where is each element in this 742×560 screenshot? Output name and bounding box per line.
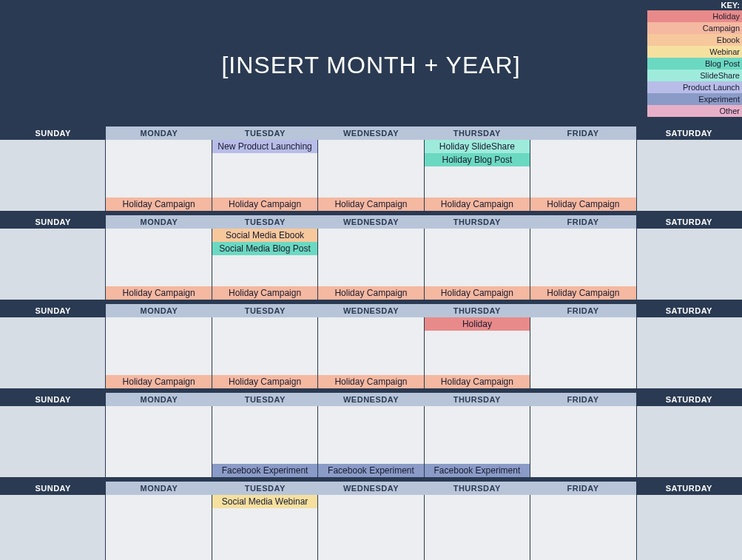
- day-cell[interactable]: [425, 495, 530, 560]
- day-cell[interactable]: Holiday Campaign: [318, 140, 424, 211]
- weekday-header: MONDAY: [106, 304, 212, 317]
- calendar-event[interactable]: Social Media Webinar: [212, 495, 317, 508]
- cell-bottom-events: Holiday Campaign: [530, 286, 635, 300]
- calendar-event[interactable]: Social Media Ebook: [212, 229, 317, 242]
- legend-item: Campaign: [647, 22, 742, 34]
- weekday-header: FRIDAY: [530, 482, 635, 495]
- weekday-header: WEDNESDAY: [318, 304, 424, 317]
- day-cell[interactable]: Facebook Experiment: [212, 406, 318, 477]
- weekday-header: TUESDAY: [212, 126, 318, 140]
- day-cell[interactable]: [0, 140, 106, 211]
- cell-bottom-events: Holiday Campaign: [106, 286, 211, 300]
- cell-bottom-events: Holiday Campaign: [318, 286, 423, 300]
- page-title: [INSERT MONTH + YEAR]: [221, 52, 520, 79]
- weekday-header: TUESDAY: [212, 482, 318, 495]
- calendar-event[interactable]: Facebook Experiment: [318, 464, 423, 477]
- day-cell[interactable]: Holiday Campaign: [425, 229, 530, 300]
- weekday-header-row: SUNDAYMONDAYTUESDAYWEDNESDAYTHURSDAYFRID…: [0, 482, 742, 495]
- cell-bottom-events: Facebook Experiment: [212, 464, 317, 477]
- calendar-event[interactable]: Social Media Blog Post: [212, 242, 317, 255]
- cell-top-events: New Product Launching: [212, 140, 317, 153]
- cell-bottom-events: Holiday Campaign: [106, 375, 211, 388]
- calendar-event[interactable]: Holiday Campaign: [318, 198, 423, 211]
- cell-bottom-events: Holiday Campaign: [318, 375, 423, 388]
- day-cell[interactable]: Social Media Webinar: [212, 495, 318, 560]
- day-cell[interactable]: [637, 317, 742, 388]
- calendar-event[interactable]: New Product Launching: [212, 140, 317, 153]
- day-cell[interactable]: [637, 406, 742, 477]
- day-cell[interactable]: [106, 495, 212, 560]
- weekday-header: FRIDAY: [530, 215, 635, 229]
- calendar-event[interactable]: Holiday Campaign: [425, 375, 530, 388]
- day-cell[interactable]: Holiday Campaign: [530, 229, 636, 300]
- weekday-header: THURSDAY: [424, 215, 530, 229]
- calendar: SUNDAYMONDAYTUESDAYWEDNESDAYTHURSDAYFRID…: [0, 122, 742, 560]
- calendar-event[interactable]: Holiday Blog Post: [425, 153, 530, 166]
- weekday-header: SUNDAY: [0, 215, 106, 229]
- day-cell[interactable]: Holiday Campaign: [106, 317, 212, 388]
- weekday-header: TUESDAY: [212, 393, 318, 406]
- cell-top-events: Holiday SlideShareHoliday Blog Post: [425, 140, 530, 166]
- legend-item: Blog Post: [647, 58, 742, 70]
- calendar-event[interactable]: Holiday: [425, 317, 530, 331]
- calendar-event[interactable]: Holiday Campaign: [425, 286, 530, 300]
- day-cell[interactable]: Social Media EbookSocial Media Blog Post…: [212, 229, 318, 300]
- day-cell[interactable]: [637, 495, 742, 560]
- calendar-event[interactable]: Holiday Campaign: [425, 198, 530, 211]
- day-cell[interactable]: [530, 317, 636, 388]
- weekday-header: MONDAY: [106, 215, 212, 229]
- day-cell[interactable]: [637, 140, 742, 211]
- day-cell[interactable]: Facebook Experiment: [318, 406, 424, 477]
- legend-item: Experiment: [647, 93, 742, 105]
- day-cell[interactable]: Holiday Campaign: [106, 140, 212, 211]
- day-cell[interactable]: Holiday Campaign: [318, 317, 424, 388]
- day-cell[interactable]: [637, 229, 742, 300]
- weekday-header: SUNDAY: [0, 482, 106, 495]
- day-cell[interactable]: [0, 229, 106, 300]
- day-cell[interactable]: New Product LaunchingHoliday Campaign: [212, 140, 318, 211]
- cell-bottom-events: Holiday Campaign: [106, 198, 211, 211]
- legend-item: Other: [647, 105, 742, 117]
- day-cell[interactable]: Holiday Campaign: [530, 140, 636, 211]
- calendar-event[interactable]: Holiday Campaign: [212, 198, 317, 211]
- calendar-event[interactable]: Holiday Campaign: [212, 375, 317, 388]
- calendar-event[interactable]: Facebook Experiment: [212, 464, 317, 477]
- day-cell[interactable]: [318, 495, 424, 560]
- calendar-event[interactable]: Holiday Campaign: [318, 286, 423, 300]
- calendar-event[interactable]: Holiday Campaign: [212, 286, 317, 300]
- day-cell[interactable]: Holiday Campaign: [106, 229, 212, 300]
- day-cell[interactable]: HolidayHoliday Campaign: [425, 317, 530, 388]
- weekday-header: SUNDAY: [0, 304, 106, 317]
- day-cell[interactable]: [530, 495, 636, 560]
- weekday-header: SATURDAY: [636, 393, 742, 406]
- calendar-event[interactable]: Holiday Campaign: [530, 198, 635, 211]
- day-cell[interactable]: [106, 406, 212, 477]
- calendar-event[interactable]: Holiday Campaign: [106, 375, 211, 388]
- calendar-event[interactable]: Facebook Experiment: [425, 464, 530, 477]
- calendar-event[interactable]: Holiday Campaign: [318, 375, 423, 388]
- day-cell[interactable]: [0, 317, 106, 388]
- day-cell[interactable]: Holiday Campaign: [212, 317, 318, 388]
- weekday-header: MONDAY: [106, 393, 212, 406]
- legend: KEY: HolidayCampaignEbookWebinarBlog Pos…: [647, 0, 742, 117]
- day-cell[interactable]: [530, 406, 636, 477]
- day-cell[interactable]: [0, 406, 106, 477]
- week-row: Social Media Webinar: [0, 495, 742, 560]
- calendar-event[interactable]: Holiday Campaign: [106, 198, 211, 211]
- calendar-event[interactable]: Holiday Campaign: [530, 286, 635, 300]
- calendar-event[interactable]: Holiday SlideShare: [425, 140, 530, 153]
- weekday-header: WEDNESDAY: [318, 482, 424, 495]
- cell-bottom-events: Holiday Campaign: [425, 375, 530, 388]
- day-cell[interactable]: Holiday SlideShareHoliday Blog PostHolid…: [425, 140, 530, 211]
- cell-bottom-events: Holiday Campaign: [425, 198, 530, 211]
- weekday-header: SUNDAY: [0, 126, 106, 140]
- day-cell[interactable]: Holiday Campaign: [318, 229, 424, 300]
- day-cell[interactable]: [0, 495, 106, 560]
- weekday-header: SATURDAY: [636, 482, 742, 495]
- cell-top-events: Holiday: [425, 317, 530, 331]
- cell-top-events: Social Media EbookSocial Media Blog Post: [212, 229, 317, 255]
- weekday-header: FRIDAY: [530, 393, 635, 406]
- calendar-event[interactable]: Holiday Campaign: [106, 286, 211, 300]
- day-cell[interactable]: Facebook Experiment: [425, 406, 530, 477]
- weekday-header-row: SUNDAYMONDAYTUESDAYWEDNESDAYTHURSDAYFRID…: [0, 393, 742, 406]
